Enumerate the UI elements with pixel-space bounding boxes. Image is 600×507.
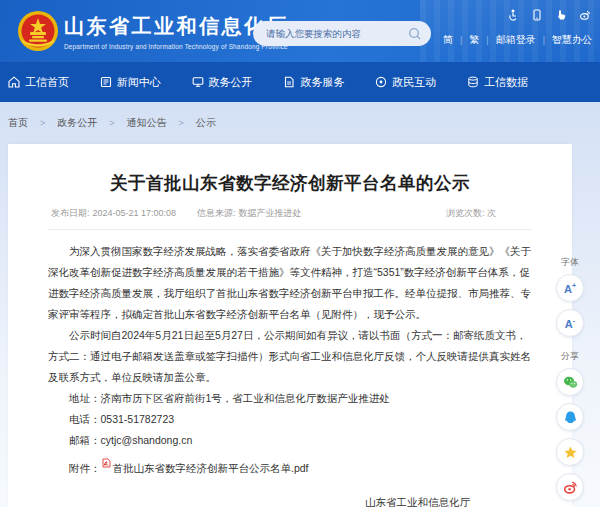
breadcrumb-separator: >: [109, 118, 114, 128]
mobile-icon[interactable]: [531, 9, 543, 21]
weibo-icon: [563, 480, 578, 495]
signature-org: 山东省工业和信息化厅: [365, 491, 470, 507]
nav-label: 工信首页: [25, 75, 69, 90]
pdf-icon: [102, 458, 111, 468]
share-label: 分享: [552, 350, 588, 363]
nav-item-news[interactable]: 新闻中心: [100, 75, 161, 90]
attachment-link[interactable]: 首批山东省数字经济创新平台公示名单.pdf: [113, 462, 309, 474]
site-subtitle: Department of Industry and Information T…: [64, 43, 289, 50]
contact-phone: 电话：0531-51782723: [48, 409, 532, 430]
nav-item-interaction[interactable]: 政民互动: [375, 75, 436, 90]
database-icon: [467, 76, 479, 88]
weibo-share-icon[interactable]: [579, 9, 591, 21]
search-icon[interactable]: [408, 27, 421, 40]
main-nav: 工信首页 新闻中心 政务公开 政务服务 政民互动 工信数据: [0, 62, 600, 102]
nav-label: 新闻中心: [117, 75, 161, 90]
contact-email: 邮箱：cytjc@shandong.cn: [48, 430, 532, 451]
link-separator: |: [543, 35, 545, 45]
link-mail-login[interactable]: 邮箱登录: [496, 33, 536, 47]
font-size-label: 字体: [552, 256, 588, 269]
nav-item-data[interactable]: 工信数据: [467, 75, 528, 90]
link-smart-office[interactable]: 智慧办公: [552, 33, 592, 47]
article-title: 关于首批山东省数字经济创新平台名单的公示: [48, 171, 532, 195]
search-input[interactable]: [266, 28, 408, 39]
link-separator: |: [486, 35, 488, 45]
link-separator: |: [460, 35, 462, 45]
nav-item-services[interactable]: 政务服务: [283, 75, 344, 90]
nav-item-home[interactable]: 工信首页: [8, 75, 69, 90]
article-body: 为深入贯彻国家数字经济发展战略，落实省委省政府《关于加快数字经济高质量发展的意见…: [48, 241, 532, 451]
breadcrumb-current: 公示: [196, 116, 216, 130]
font-decrease-button[interactable]: A-: [556, 309, 584, 337]
share-qq-button[interactable]: [556, 403, 584, 431]
attachment-row: 附件：首批山东省数字经济创新平台公示名单.pdf: [48, 458, 532, 476]
breadcrumb-home[interactable]: 首页: [8, 116, 28, 130]
paragraph: 公示时间自2024年5月21日起至5月27日，公示期间如有异议，请以书面（方式一…: [48, 325, 532, 388]
nav-label: 政务服务: [300, 75, 344, 90]
link-simplified-chinese[interactable]: 简: [443, 33, 453, 47]
nav-label: 工信数据: [484, 75, 528, 90]
hand-cursor-icon[interactable]: [555, 9, 567, 21]
view-count: 浏览次数: 次: [446, 207, 496, 220]
service-doc-icon: [283, 76, 295, 88]
breadcrumb-notices[interactable]: 通知公告: [127, 116, 167, 130]
paragraph: 为深入贯彻国家数字经济发展战略，落实省委省政府《关于加快数字经济高质量发展的意见…: [48, 241, 532, 325]
breadcrumb-disclosure[interactable]: 政务公开: [57, 116, 97, 130]
side-toolbar: 字体 A+ A- 分享: [552, 256, 588, 507]
accessibility-icon[interactable]: [507, 9, 519, 21]
publish-date: 发布日期:2024-05-21 17:00:08: [48, 207, 176, 220]
interaction-icon: [375, 76, 387, 88]
article-meta: 发布日期:2024-05-21 17:00:08 信息来源:数据产业推进处 浏览…: [48, 207, 532, 220]
news-icon: [100, 76, 112, 88]
contact-address: 地址：济南市历下区省府前街1号，省工业和信息化厅数据产业推进处: [48, 388, 532, 409]
site-header: 山东省工业和信息化厅 Department of Industry and In…: [0, 0, 600, 62]
breadcrumb-separator: >: [179, 118, 184, 128]
qq-icon: [563, 410, 578, 425]
info-source: 信息来源:数据产业推进处: [194, 207, 302, 220]
nav-label: 政务公开: [209, 75, 253, 90]
meta-divider: [48, 229, 532, 230]
attachment-label: 附件：: [69, 462, 101, 474]
nav-label: 政民互动: [392, 75, 436, 90]
header-utility-icons: [507, 9, 591, 21]
link-traditional-chinese[interactable]: 繁: [469, 33, 479, 47]
qzone-icon: [563, 445, 578, 460]
article-card: 关于首批山东省数字经济创新平台名单的公示 发布日期:2024-05-21 17:…: [8, 144, 572, 507]
monitor-icon: [192, 76, 204, 88]
share-qzone-button[interactable]: [556, 438, 584, 466]
signature-block: 山东省工业和信息化厅 2024年5月21日: [48, 491, 532, 507]
share-weibo-button[interactable]: [556, 473, 584, 501]
search-box: [253, 21, 431, 46]
share-wechat-button[interactable]: [556, 368, 584, 396]
wechat-icon: [563, 375, 578, 390]
breadcrumb: 首页 > 政务公开 > 通知公告 > 公示: [8, 102, 568, 142]
breadcrumb-separator: >: [40, 118, 45, 128]
home-icon: [8, 76, 20, 88]
font-increase-button[interactable]: A+: [556, 274, 584, 302]
nav-item-disclosure[interactable]: 政务公开: [192, 75, 253, 90]
national-emblem-logo: [17, 10, 59, 52]
header-links: 简 | 繁 | 邮箱登录 | 智慧办公: [443, 33, 592, 47]
